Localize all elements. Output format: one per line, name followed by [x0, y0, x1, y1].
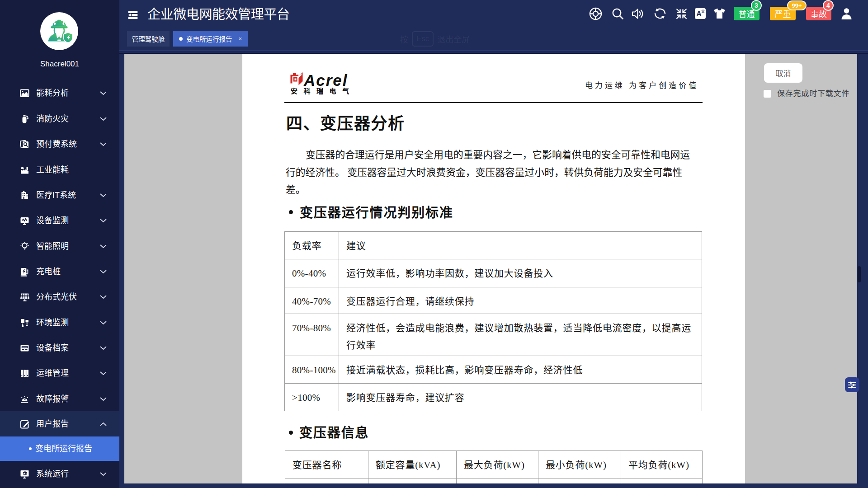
svg-text:文: 文 [701, 9, 705, 14]
